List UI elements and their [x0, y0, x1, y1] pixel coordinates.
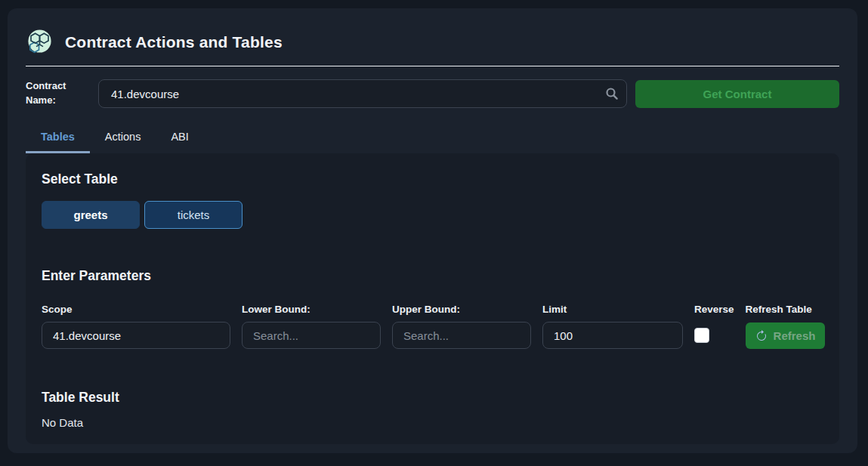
- parameters-row: Scope Lower Bound: Upper Bound: Limit Re…: [42, 304, 823, 349]
- page-title: Contract Actions and Tables: [65, 33, 283, 51]
- refresh-button-label: Refresh: [774, 329, 816, 342]
- tab-actions[interactable]: Actions: [90, 124, 156, 153]
- page-header: Contract Actions and Tables: [26, 20, 839, 56]
- upper-bound-input[interactable]: [392, 322, 531, 349]
- refresh-button[interactable]: Refresh: [746, 322, 826, 349]
- lower-bound-field: Lower Bound:: [242, 304, 381, 349]
- reverse-field: Reverse: [694, 304, 734, 346]
- reverse-label: Reverse: [694, 304, 734, 315]
- reverse-checkbox[interactable]: [694, 328, 709, 343]
- tab-tables[interactable]: Tables: [26, 124, 90, 153]
- table-button-greets[interactable]: greets: [42, 201, 140, 229]
- main-card: Contract Actions and Tables Contract Nam…: [8, 8, 857, 453]
- table-button-row: greets tickets: [42, 201, 823, 229]
- contract-name-search-wrap: [98, 79, 627, 108]
- search-icon[interactable]: [605, 87, 619, 100]
- upper-bound-field: Upper Bound:: [392, 304, 531, 349]
- app-logo-icon: [26, 28, 54, 56]
- refresh-field: Refresh Table Refresh: [746, 304, 826, 349]
- refresh-icon: [755, 330, 768, 342]
- select-table-heading: Select Table: [42, 171, 823, 187]
- no-data-text: No Data: [42, 416, 823, 429]
- refresh-table-label: Refresh Table: [746, 304, 826, 315]
- scope-label: Scope: [42, 304, 230, 315]
- get-contract-button[interactable]: Get Contract: [635, 80, 839, 108]
- contract-name-label: Contract Name:: [26, 79, 98, 108]
- lower-bound-label: Lower Bound:: [242, 304, 381, 315]
- scope-input[interactable]: [42, 322, 230, 349]
- tab-bar: Tables Actions ABI: [26, 124, 839, 153]
- limit-label: Limit: [542, 304, 683, 315]
- contract-bar: Contract Name: Get Contract: [26, 79, 839, 108]
- header-divider: [26, 66, 839, 66]
- upper-bound-label: Upper Bound:: [392, 304, 531, 315]
- table-result-heading: Table Result: [42, 390, 823, 406]
- table-button-tickets[interactable]: tickets: [144, 201, 242, 229]
- tables-panel: Select Table greets tickets Enter Parame…: [26, 153, 839, 444]
- lower-bound-input[interactable]: [242, 322, 381, 349]
- enter-parameters-heading: Enter Parameters: [42, 268, 823, 284]
- limit-field: Limit: [542, 304, 683, 349]
- scope-field: Scope: [42, 304, 230, 349]
- tab-abi[interactable]: ABI: [156, 124, 203, 153]
- contract-name-input[interactable]: [98, 79, 627, 108]
- limit-input[interactable]: [542, 322, 683, 349]
